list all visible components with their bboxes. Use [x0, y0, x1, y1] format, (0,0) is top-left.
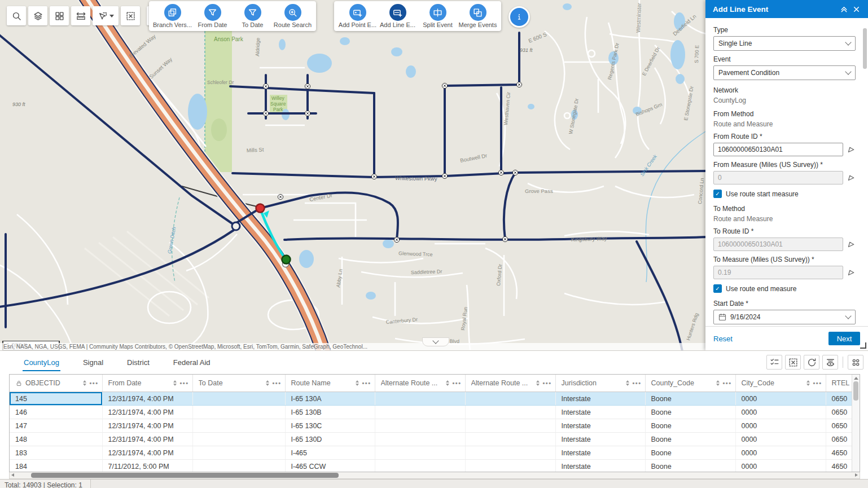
table-cell[interactable]: 0000 [735, 433, 826, 446]
table-cell[interactable] [192, 433, 285, 446]
scroll-right-arrow[interactable] [855, 473, 858, 477]
attribution-collapse-tab[interactable] [422, 337, 449, 346]
table-cell[interactable]: Interstate [555, 419, 645, 433]
table-cell[interactable]: 0000 [735, 460, 826, 473]
column-header-alternate-route-[interactable]: Alternate Route ...••• [465, 375, 555, 392]
layers-tool-button[interactable] [28, 6, 47, 25]
tab-district[interactable]: District [126, 354, 151, 371]
sort-icon[interactable] [806, 380, 810, 386]
table-cell[interactable]: I-65 130B [285, 406, 375, 419]
table-cell[interactable]: 12/31/1974, 4:00 PM [102, 392, 192, 406]
table-cell[interactable]: Boone [645, 406, 735, 419]
column-header-route-name[interactable]: Route Name••• [285, 375, 375, 392]
table-cell[interactable] [192, 392, 285, 406]
table-cell[interactable]: Boone [645, 392, 735, 406]
table-cell[interactable]: Interstate [555, 392, 645, 406]
table-cell[interactable]: Boone [645, 419, 735, 433]
filter-funnel-button[interactable]: From Date [192, 3, 233, 31]
column-menu-icon[interactable]: ••• [362, 380, 371, 386]
table-cell[interactable]: 183 [10, 446, 102, 460]
sort-icon[interactable] [716, 380, 720, 386]
caret-down-icon[interactable] [109, 15, 114, 17]
table-cell[interactable]: I-65 130C [285, 419, 375, 433]
sort-icon[interactable] [356, 380, 359, 386]
sort-icon[interactable] [536, 380, 540, 386]
table-cell[interactable] [465, 433, 555, 446]
table-cell[interactable]: Interstate [555, 433, 645, 446]
info-button[interactable] [508, 6, 530, 28]
table-cell[interactable]: 148 [10, 433, 102, 446]
scroll-thumb[interactable] [31, 473, 339, 478]
type-select[interactable]: Single Line [713, 36, 856, 51]
table-cell[interactable]: Interstate [555, 406, 645, 419]
reset-link[interactable]: Reset [713, 335, 733, 343]
table-cell[interactable]: Boone [645, 433, 735, 446]
table-row[interactable]: 18312/31/1974, 4:00 PMI-465InterstateBoo… [10, 446, 860, 460]
table-cell[interactable] [192, 446, 285, 460]
table-cell[interactable] [465, 460, 555, 473]
table-cell[interactable]: 0000 [735, 406, 826, 419]
grid-options-button[interactable] [848, 355, 863, 370]
pick-to-route-on-map-icon[interactable] [847, 240, 856, 249]
sort-icon[interactable] [266, 380, 269, 386]
table-cell[interactable] [465, 406, 555, 419]
panel-scrollbar[interactable] [863, 20, 867, 326]
from-route-id-input[interactable]: 10600000650130A01 [713, 143, 843, 156]
clear-selection-button[interactable] [785, 355, 801, 370]
collapse-panel-button[interactable] [838, 3, 850, 15]
merge-events-button[interactable]: Merge Events [458, 3, 498, 31]
table-cell[interactable]: Boone [645, 446, 735, 460]
table-vertical-scrollbar[interactable] [852, 375, 860, 472]
table-cell[interactable] [375, 419, 465, 433]
sort-icon[interactable] [83, 380, 86, 386]
table-cell[interactable]: 12/31/1974, 4:00 PM [102, 406, 192, 419]
table-cell[interactable]: I-65 130D [285, 433, 375, 446]
column-header-to-date[interactable]: To Date••• [192, 375, 285, 392]
pick-from-route-on-map-icon[interactable] [847, 145, 856, 154]
table-cell[interactable] [192, 460, 285, 473]
add-line-event-button[interactable]: Add Line E... [378, 3, 418, 31]
table-cell[interactable]: 12/31/1974, 4:00 PM [102, 446, 192, 460]
table-cell[interactable]: 12/31/1974, 4:00 PM [102, 433, 192, 446]
scroll-thumb[interactable] [853, 381, 858, 401]
table-row[interactable]: 14512/31/1974, 4:00 PMI-65 130AInterstat… [10, 392, 860, 406]
refresh-button[interactable] [804, 355, 819, 370]
scroll-up-arrow[interactable] [854, 377, 858, 380]
map-from-marker[interactable] [256, 204, 265, 213]
table-row[interactable]: 14612/31/1974, 4:00 PMI-65 130BInterstat… [10, 406, 860, 419]
table-row[interactable]: 1847/11/2012, 5:00 PMI-465 CCWInterstate… [10, 460, 860, 473]
column-menu-icon[interactable]: ••• [632, 380, 641, 386]
table-cell[interactable]: 7/11/2012, 5:00 PM [102, 460, 192, 473]
branch-versions-button[interactable]: Branch Vers... [152, 3, 192, 31]
column-header-objectid[interactable]: OBJECTID••• [10, 375, 102, 392]
table-cell[interactable]: 0000 [735, 419, 826, 433]
column-header-alternate-route-[interactable]: Alternate Route ...••• [375, 375, 465, 392]
column-menu-icon[interactable]: ••• [272, 380, 281, 386]
table-cell[interactable] [192, 406, 285, 419]
clear-selection-tool-button[interactable] [121, 6, 140, 25]
column-menu-icon[interactable]: ••• [542, 380, 551, 386]
filter-funnel-button[interactable]: To Date [233, 3, 273, 31]
sort-icon[interactable] [173, 380, 177, 386]
column-menu-icon[interactable]: ••• [452, 380, 461, 386]
column-menu-icon[interactable]: ••• [813, 380, 822, 386]
column-header-county-code[interactable]: County_Code••• [645, 375, 735, 392]
pick-to-measure-on-map-icon[interactable] [847, 268, 856, 277]
panel-resize-handle[interactable] [860, 342, 866, 349]
add-point-event-button[interactable]: Add Point E... [337, 3, 378, 31]
table-cell[interactable]: Boone [645, 460, 735, 473]
table-cell[interactable] [192, 419, 285, 433]
use-route-end-measure-checkbox[interactable]: ✓ Use route end measure [713, 284, 856, 293]
use-route-start-measure-checkbox[interactable]: ✓ Use route start measure [713, 190, 856, 198]
table-cell[interactable] [375, 446, 465, 460]
column-menu-icon[interactable]: ••• [722, 380, 731, 386]
table-cell[interactable] [375, 392, 465, 406]
scroll-left-arrow[interactable] [11, 473, 14, 477]
column-menu-icon[interactable]: ••• [89, 380, 98, 386]
table-row[interactable]: 14712/31/1974, 4:00 PMI-65 130CInterstat… [10, 419, 860, 433]
column-menu-icon[interactable]: ••• [179, 380, 188, 386]
table-cell[interactable] [375, 433, 465, 446]
table-cell[interactable] [465, 446, 555, 460]
select-tool-button[interactable] [93, 6, 119, 25]
column-header-jurisdiction[interactable]: Jurisdiction••• [555, 375, 645, 392]
